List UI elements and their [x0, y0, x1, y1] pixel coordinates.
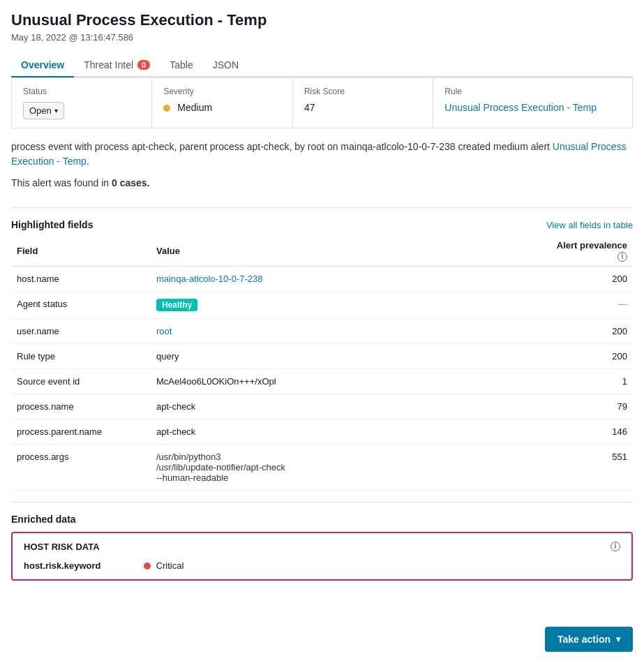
take-action-container: Take action ▾ — [545, 627, 633, 652]
field-cell: host.name — [11, 266, 151, 291]
status-value: Open — [29, 105, 52, 116]
value-cell: McAel4oo6L0OKiOn+++/xOpl — [151, 368, 542, 394]
value-cell: root — [151, 318, 542, 343]
tab-json[interactable]: JSON — [203, 54, 248, 77]
host-risk-field-value: Critical — [156, 560, 184, 571]
tab-overview[interactable]: Overview — [11, 54, 74, 77]
divider-2 — [11, 502, 633, 502]
page-title: Unusual Process Execution - Temp — [11, 11, 633, 29]
status-label: Status — [23, 87, 140, 96]
highlighted-fields-section: Highlighted fields View all fields in ta… — [11, 219, 633, 491]
info-cards-row: Status Open ▾ Severity Medium Risk Score… — [11, 77, 633, 128]
severity-dot-icon — [163, 105, 170, 112]
prevalence-cell: 79 — [542, 394, 633, 419]
field-cell: process.parent.name — [11, 419, 151, 444]
status-button[interactable]: Open ▾ — [23, 102, 64, 119]
table-row: Source event id McAel4oo6L0OKiOn+++/xOpl… — [11, 368, 633, 394]
highlighted-fields-title: Highlighted fields — [11, 219, 93, 230]
value-cell: Healthy — [151, 291, 542, 318]
description-alert-link[interactable]: Unusual Process Execution - Temp — [11, 141, 627, 167]
prevalence-cell: 200 — [542, 318, 633, 343]
tab-table[interactable]: Table — [160, 54, 202, 77]
table-row: user.name root 200 — [11, 318, 633, 343]
table-row: Rule type query 200 — [11, 343, 633, 368]
cases-text: This alert was found in 0 cases. — [11, 176, 633, 191]
value-cell: /usr/bin/python3 /usr/lib/update-notifie… — [151, 444, 542, 490]
rule-link[interactable]: Unusual Process Execution - Temp — [444, 102, 597, 113]
col-header-value: Value — [151, 236, 542, 266]
prevalence-cell: 200 — [542, 343, 633, 368]
prevalence-cell: — — [542, 291, 633, 318]
status-chevron-icon: ▾ — [54, 107, 58, 114]
divider-1 — [11, 207, 633, 208]
severity-card: Severity Medium — [152, 78, 292, 128]
field-cell: process.name — [11, 394, 151, 419]
prevalence-cell: 1 — [542, 368, 633, 394]
field-cell: process.args — [11, 444, 151, 490]
value-cell: query — [151, 343, 542, 368]
table-row: process.name apt-check 79 — [11, 394, 633, 419]
rule-card: Rule Unusual Process Execution - Temp — [433, 78, 632, 128]
description-text: process event with process apt-check, pa… — [11, 141, 627, 167]
host-risk-row: host.risk.keyword Critical — [24, 560, 620, 571]
col-header-prevalence: Alert prevalence i — [542, 236, 633, 266]
host-name-link[interactable]: mainqa-atlcolo-10-0-7-238 — [156, 274, 262, 284]
host-risk-info-icon[interactable]: i — [611, 542, 620, 551]
tabs-container: Overview Threat Intel 0 Table JSON — [11, 54, 633, 77]
host-risk-field-label: host.risk.keyword — [24, 560, 135, 571]
status-card: Status Open ▾ — [12, 78, 152, 128]
tab-threat-intel[interactable]: Threat Intel 0 — [74, 54, 160, 77]
field-cell: Rule type — [11, 343, 151, 368]
user-name-link[interactable]: root — [156, 326, 172, 336]
risk-score-label: Risk Score — [304, 87, 421, 96]
process-args-value: /usr/bin/python3 /usr/lib/update-notifie… — [156, 452, 285, 483]
page-timestamp: May 18, 2022 @ 13:16:47.586 — [11, 32, 633, 43]
highlighted-fields-header: Highlighted fields View all fields in ta… — [11, 219, 633, 230]
value-cell: apt-check — [151, 419, 542, 444]
enriched-data-section: Enriched data HOST RISK DATA i host.risk… — [11, 514, 633, 581]
prevalence-cell: 551 — [542, 444, 633, 490]
value-cell: apt-check — [151, 394, 542, 419]
table-row: host.name mainqa-atlcolo-10-0-7-238 200 — [11, 266, 633, 291]
prevalence-info-icon[interactable]: i — [617, 252, 627, 262]
rule-label: Rule — [444, 87, 621, 96]
risk-score-card: Risk Score 47 — [293, 78, 433, 128]
threat-intel-badge: 0 — [137, 60, 150, 70]
severity-label: Severity — [163, 87, 280, 96]
enriched-data-title: Enriched data — [11, 514, 633, 525]
field-cell: Agent status — [11, 291, 151, 318]
healthy-badge: Healthy — [156, 299, 197, 311]
host-risk-critical-dot-icon: Critical — [144, 560, 184, 571]
take-action-label: Take action — [557, 634, 611, 645]
value-cell: mainqa-atlcolo-10-0-7-238 — [151, 266, 542, 291]
severity-value: Medium — [163, 102, 280, 113]
take-action-button[interactable]: Take action ▾ — [545, 627, 633, 652]
field-cell: user.name — [11, 318, 151, 343]
rule-value: Unusual Process Execution - Temp — [444, 102, 621, 113]
highlighted-fields-table: Field Value Alert prevalence i host.name… — [11, 236, 633, 491]
field-cell: Source event id — [11, 368, 151, 394]
description-area: process event with process apt-check, pa… — [11, 128, 633, 196]
prevalence-cell: 146 — [542, 419, 633, 444]
col-header-field: Field — [11, 236, 151, 266]
view-all-fields-link[interactable]: View all fields in table — [546, 220, 633, 230]
host-risk-card: HOST RISK DATA i host.risk.keyword Criti… — [11, 532, 633, 581]
table-row: process.args /usr/bin/python3 /usr/lib/u… — [11, 444, 633, 490]
risk-score-value: 47 — [304, 102, 421, 113]
cases-count: 0 cases. — [112, 177, 150, 188]
table-row: process.parent.name apt-check 146 — [11, 419, 633, 444]
prevalence-cell: 200 — [542, 266, 633, 291]
take-action-chevron-icon: ▾ — [616, 634, 620, 644]
host-risk-card-title: HOST RISK DATA i — [24, 542, 620, 552]
table-row: Agent status Healthy — — [11, 291, 633, 318]
